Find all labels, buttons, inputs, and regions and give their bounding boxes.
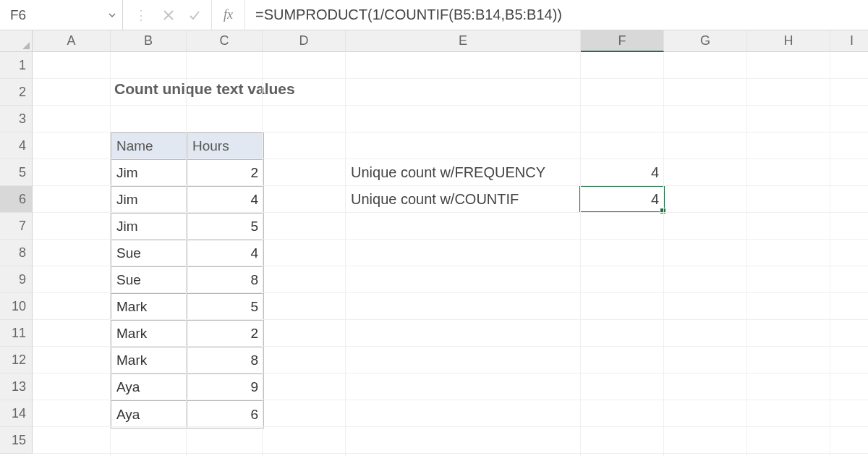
column-header[interactable]: A: [33, 30, 111, 52]
table-cell[interactable]: 2: [187, 321, 263, 347]
column-header[interactable]: I: [830, 30, 868, 52]
formula-bar-buttons: ⋮: [123, 0, 212, 30]
column-headers: ABCDEFGHI: [33, 30, 868, 52]
name-box-wrap: F6: [0, 0, 123, 30]
column-header[interactable]: E: [346, 30, 581, 52]
sheet-title: Count unique text values: [114, 80, 295, 98]
row-header[interactable]: 4: [0, 132, 33, 159]
formula-bar-separator: ⋮: [133, 7, 149, 23]
table-cell[interactable]: Mark: [111, 294, 187, 321]
row-header[interactable]: 13: [0, 373, 33, 400]
insert-function-button[interactable]: fx: [212, 0, 245, 30]
row-header[interactable]: 1: [0, 52, 33, 79]
table-cell[interactable]: Jim: [111, 187, 187, 214]
name-box-dropdown[interactable]: [106, 12, 118, 19]
row-header[interactable]: 15: [0, 427, 33, 454]
table-cell[interactable]: Jim: [111, 214, 187, 240]
row-header[interactable]: 9: [0, 266, 33, 293]
row-header[interactable]: 8: [0, 240, 33, 266]
row-header[interactable]: 12: [0, 347, 33, 373]
table-cell[interactable]: Sue: [111, 240, 187, 267]
row-header[interactable]: 11: [0, 320, 33, 347]
table-cell[interactable]: 5: [187, 214, 263, 240]
name-box[interactable]: F6: [7, 6, 106, 25]
table-cell[interactable]: 8: [187, 267, 263, 294]
column-header[interactable]: H: [747, 30, 830, 52]
column-header[interactable]: D: [263, 30, 346, 52]
table-cell[interactable]: Mark: [111, 347, 187, 374]
table-cell[interactable]: 5: [187, 294, 263, 321]
table-cell[interactable]: 6: [187, 401, 263, 428]
table-cell[interactable]: Sue: [111, 267, 187, 294]
column-header[interactable]: B: [111, 30, 187, 52]
table-cell[interactable]: 4: [187, 240, 263, 267]
formula-input[interactable]: =SUMPRODUCT(1/COUNTIF(B5:B14,B5:B14)): [245, 7, 868, 23]
result-value-countif[interactable]: 4: [581, 186, 664, 213]
column-header[interactable]: F: [581, 30, 664, 52]
table-header-hours[interactable]: Hours: [187, 133, 263, 160]
result-label-countif[interactable]: Unique count w/COUNTIF: [351, 186, 519, 213]
cell-area[interactable]: Count unique text values Name Hours Jim2…: [33, 52, 868, 456]
row-header[interactable]: 2: [0, 79, 33, 106]
row-header[interactable]: 14: [0, 400, 33, 427]
table-cell[interactable]: 2: [187, 160, 263, 187]
table-cell[interactable]: Aya: [111, 401, 187, 428]
table-cell[interactable]: Mark: [111, 321, 187, 347]
row-header[interactable]: 3: [0, 106, 33, 132]
formula-bar: F6 ⋮ fx =SUMPRODUCT(1/COUNTIF(B5:B14,B5:…: [0, 0, 868, 30]
column-header[interactable]: G: [664, 30, 747, 52]
row-headers: 123456789101112131415: [0, 30, 33, 456]
row-header[interactable]: 6: [0, 186, 33, 213]
table-cell[interactable]: 9: [187, 374, 263, 401]
table-cell[interactable]: 4: [187, 187, 263, 214]
column-header[interactable]: C: [187, 30, 263, 52]
data-table: Name Hours Jim2 Jim4 Jim5 Sue4 Sue8 Mark…: [111, 132, 264, 428]
worksheet-grid: 123456789101112131415 ABCDEFGHI Count un…: [0, 30, 868, 456]
result-value-frequency[interactable]: 4: [581, 159, 664, 186]
table-cell[interactable]: 8: [187, 347, 263, 374]
row-header[interactable]: 7: [0, 213, 33, 240]
table-cell[interactable]: Jim: [111, 160, 187, 187]
table-cell[interactable]: Aya: [111, 374, 187, 401]
result-label-frequency[interactable]: Unique count w/FREQUENCY: [351, 159, 545, 186]
table-header-name[interactable]: Name: [111, 133, 187, 160]
cancel-icon[interactable]: [162, 9, 175, 22]
row-header[interactable]: 5: [0, 159, 33, 186]
enter-icon[interactable]: [188, 9, 201, 22]
select-all-corner[interactable]: [0, 30, 33, 52]
row-header[interactable]: 10: [0, 293, 33, 320]
